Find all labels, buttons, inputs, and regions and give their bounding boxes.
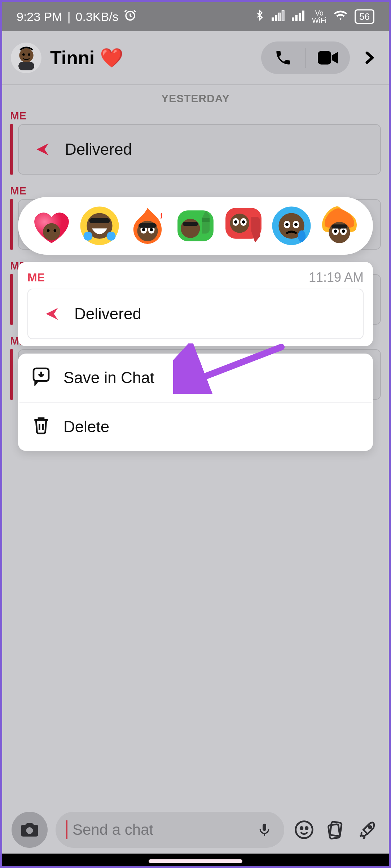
mind-blown-reaction[interactable] [318,204,361,247]
svg-rect-13 [318,51,331,64]
signal-1-icon [272,9,285,24]
svg-rect-3 [278,13,281,21]
svg-point-18 [306,827,308,829]
status-net-speed: 0.3KB/s [75,10,118,24]
svg-point-34 [150,228,153,231]
save-icon [31,366,51,390]
battery-indicator: 56 [355,9,374,24]
svg-point-11 [22,53,25,56]
contact-avatar[interactable] [11,43,41,73]
contact-name-text: Tinni ❤️ [50,47,123,69]
context-menu: Save in Chat Delete [18,354,373,451]
laugh-reaction[interactable] [78,204,121,247]
text-caret [66,820,67,839]
svg-point-27 [83,232,92,241]
thumbs-down-reaction[interactable] [222,204,265,247]
chat-header: Tinni ❤️ [2,31,389,85]
svg-point-37 [181,219,200,238]
alarm-icon [124,9,137,25]
status-sep: | [67,10,71,24]
svg-point-43 [234,220,237,224]
annotation-arrow [173,343,289,394]
voice-call-button[interactable] [261,41,305,74]
selected-message-card: ME 11:19 AM Delivered [18,262,373,346]
wifi-icon [333,9,348,24]
svg-rect-57 [331,224,347,228]
sender-bar [10,124,13,175]
svg-rect-35 [139,223,157,228]
save-in-chat-label: Save in Chat [63,369,154,387]
status-bar: 9:23 PM | 0.3KB/s Vo WiFi 56 [2,2,389,31]
emoji-button[interactable] [292,818,316,842]
svg-rect-8 [302,10,304,21]
svg-point-33 [142,228,145,231]
svg-rect-38 [183,222,198,226]
video-call-button[interactable] [306,41,350,74]
svg-point-50 [294,223,298,226]
svg-rect-4 [282,10,284,21]
context-popup: ME 11:19 AM Delivered Save in Chat [18,197,373,451]
chat-placeholder: Send a chat [73,821,250,838]
fire-reaction[interactable] [126,204,169,247]
svg-point-14 [26,827,33,834]
svg-point-49 [285,223,289,226]
snap-status-text: Delivered [65,140,132,158]
selected-snap-status: Delivered [74,305,141,323]
svg-point-55 [334,229,337,233]
delete-option[interactable]: Delete [18,403,373,451]
battery-pct: 56 [359,11,370,22]
svg-rect-2 [275,15,277,21]
home-indicator[interactable] [149,859,242,863]
svg-point-44 [242,220,245,224]
status-time: 9:23 PM [17,10,62,24]
svg-point-9 [19,48,33,62]
chat-input-bar: Send a chat [2,808,389,851]
delete-label: Delete [63,418,109,436]
call-buttons [261,41,350,74]
selected-snap-card[interactable]: Delivered [27,289,364,339]
message-row[interactable]: Delivered [2,124,389,185]
svg-point-51 [298,230,306,242]
heart-reaction[interactable] [30,204,73,247]
bluetooth-icon [254,8,265,25]
thumbs-up-reaction[interactable] [174,204,217,247]
svg-point-12 [28,53,30,56]
chat-text-input[interactable]: Send a chat [56,812,284,848]
svg-rect-10 [18,62,34,70]
save-in-chat-option[interactable]: Save in Chat [18,354,373,402]
sender-bar [10,349,13,400]
snap-status-card[interactable]: Delivered [18,124,381,175]
svg-point-22 [43,223,60,241]
date-separator: YESTERDAY [2,85,389,110]
sender-bar [10,274,13,325]
svg-point-17 [300,827,303,829]
chat-settings-button[interactable] [359,48,380,68]
sad-reaction[interactable] [270,204,313,247]
svg-rect-15 [263,824,266,831]
svg-point-56 [342,229,345,233]
selected-message-time: 11:19 AM [309,270,364,285]
svg-point-21 [369,826,372,829]
memories-button[interactable] [324,818,348,842]
svg-point-28 [106,232,115,241]
mic-button[interactable] [255,820,273,839]
selected-sender-label: ME [27,271,45,284]
sender-label: ME [2,110,389,124]
svg-rect-7 [299,13,301,21]
signal-2-icon [292,9,306,24]
contact-name[interactable]: Tinni ❤️ [50,47,252,69]
sent-snap-icon [44,306,60,322]
svg-rect-5 [292,17,294,21]
svg-point-16 [296,821,313,838]
svg-rect-6 [295,15,298,21]
svg-rect-29 [89,218,110,223]
svg-point-24 [53,229,56,232]
trash-icon [31,415,51,439]
vowifi-label: Vo WiFi [312,9,326,24]
svg-point-23 [47,229,49,232]
rocket-button[interactable] [356,818,379,842]
camera-button[interactable] [12,812,48,848]
svg-rect-1 [272,17,274,21]
sent-snap-icon [35,141,50,157]
sender-bar [10,199,13,250]
